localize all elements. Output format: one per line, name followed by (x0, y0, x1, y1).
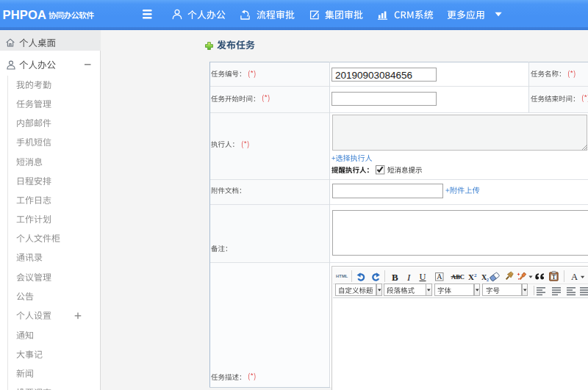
svg-text:A: A (571, 271, 578, 281)
svg-text:2: 2 (487, 277, 489, 282)
svg-text:A: A (437, 272, 442, 281)
svg-text:T: T (552, 274, 556, 281)
svg-text:X: X (468, 272, 474, 281)
svg-text:2: 2 (474, 272, 477, 278)
